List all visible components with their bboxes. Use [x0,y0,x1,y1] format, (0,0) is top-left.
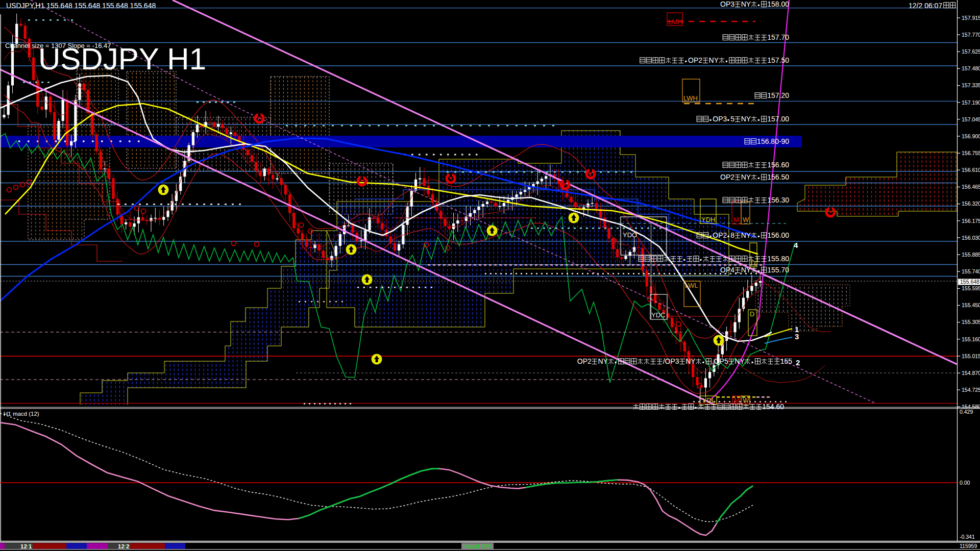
svg-text:NY: NY [741,115,751,123]
svg-text:OP4: OP4 [720,266,734,274]
svg-text:156.00: 156.00 [767,231,789,239]
svg-text:W: W [743,396,749,404]
svg-text:YDL: YDL [702,396,715,404]
svg-text:OP3: OP3 [713,115,727,123]
svg-text:157.20: 157.20 [767,91,789,99]
svg-text:0.00: 0.00 [960,480,970,486]
svg-text:4: 4 [794,241,798,249]
svg-text:156.320: 156.320 [962,201,980,207]
svg-text:NY: NY [598,357,608,365]
svg-text:156.030: 156.030 [962,235,980,241]
svg-text:W: W [743,216,749,223]
svg-text:-0.341: -0.341 [960,534,975,540]
svg-text:USDJPY H1: USDJPY H1 [38,42,206,76]
svg-text:155.450: 155.450 [962,302,980,308]
svg-text:155.160: 155.160 [962,336,980,342]
svg-text:12/2: 12/2 [118,543,129,549]
svg-text:155.015: 155.015 [962,353,980,359]
svg-text:LWH: LWH [683,94,698,102]
svg-text:0.429: 0.429 [960,409,973,415]
svg-text:OP2: OP2 [577,357,592,365]
svg-text:NY: NY [741,0,751,8]
svg-text:12/2 06:07: 12/2 06:07 [909,2,942,10]
svg-text:155.595: 155.595 [962,285,980,291]
svg-text:156.50: 156.50 [767,173,789,181]
svg-text:156.465: 156.465 [962,184,980,190]
svg-text:155.70: 155.70 [767,266,789,274]
svg-text:NY: NY [685,357,696,365]
svg-text:2: 2 [796,358,800,367]
svg-text:OP3: OP3 [720,0,734,8]
svg-text:155.740: 155.740 [962,268,980,274]
svg-text:156.80-90: 156.80-90 [757,137,789,145]
svg-text:155: 155 [780,357,793,365]
svg-text:154.725: 154.725 [962,387,980,393]
svg-text:155.80: 155.80 [767,255,789,263]
svg-text:NY: NY [741,173,751,181]
svg-text:macd ON: macd ON [463,542,491,550]
svg-text:H1 macd (12): H1 macd (12) [4,411,39,417]
svg-text:NY: NY [734,357,745,365]
svg-text:157.70: 157.70 [767,33,789,41]
svg-text:USDJPY,H1 155.648 155.648 155: USDJPY,H1 155.648 155.648 155.648 155.64… [6,2,156,10]
svg-text:YDH: YDH [701,216,715,223]
svg-text:D: D [751,259,755,267]
svg-text:M: M [734,396,740,404]
svg-text:NY: NY [741,266,751,274]
svg-text:156.30: 156.30 [767,196,789,204]
svg-text:12/1: 12/1 [20,543,32,549]
svg-text:OP2: OP2 [688,56,702,64]
svg-text:157.335: 157.335 [962,82,980,88]
svg-text:155.305: 155.305 [962,319,980,325]
svg-text:OP2: OP2 [713,231,727,239]
svg-text:157.50: 157.50 [767,56,789,64]
svg-text:158.00: 158.00 [767,0,789,8]
svg-text:157.480: 157.480 [962,65,980,71]
svg-text:154.870: 154.870 [962,370,980,376]
svg-text:M: M [733,216,739,223]
svg-text:/OP3: /OP3 [663,357,679,365]
svg-text:LWL: LWL [685,282,698,289]
svg-text:155.885: 155.885 [962,252,980,258]
svg-text:157.915: 157.915 [962,15,980,21]
svg-text:,OP5: ,OP5 [712,357,728,365]
svg-text:YDO: YDO [623,231,637,239]
svg-text:157.045: 157.045 [962,116,980,122]
svg-text:YDC: YDC [651,311,665,319]
svg-text:156.755: 156.755 [962,150,980,156]
svg-text:LMH: LMH [668,18,682,26]
svg-text:156.610: 156.610 [962,167,980,173]
svg-text:154.60: 154.60 [762,403,784,411]
svg-text:OP2: OP2 [720,173,734,181]
svg-text:NY: NY [741,231,751,239]
svg-text:NY: NY [709,56,719,64]
svg-text:157.770: 157.770 [962,32,980,38]
svg-text:157.625: 157.625 [962,48,980,55]
svg-text:157.00: 157.00 [767,115,789,123]
svg-text:156.175: 156.175 [962,218,980,224]
svg-text:156.60: 156.60 [767,161,789,169]
svg-text:8: 8 [730,231,734,239]
svg-text:156.900: 156.900 [962,133,980,139]
svg-text:115959: 115959 [960,543,977,549]
svg-text:157.190: 157.190 [962,99,980,106]
svg-text:D: D [750,310,754,318]
svg-text:3: 3 [795,332,799,341]
svg-text:155.648: 155.648 [960,279,979,285]
svg-text:5: 5 [730,115,734,123]
